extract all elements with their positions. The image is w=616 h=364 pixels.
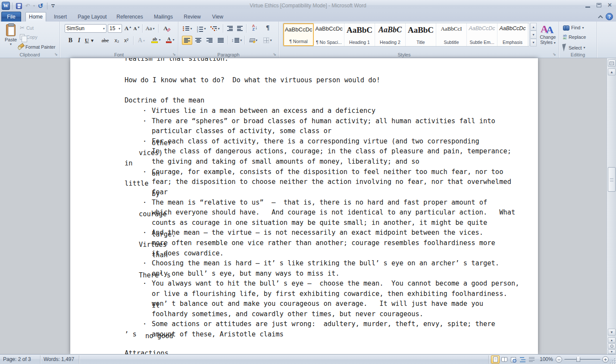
save-button[interactable] [15, 2, 23, 10]
subscript-button[interactable]: x₂ [113, 36, 121, 45]
shrink-font-button[interactable]: A▾ [132, 24, 141, 33]
numbering-button[interactable]: 1 2 3 ▾ [196, 24, 207, 33]
find-button[interactable]: Find▾ [563, 25, 584, 30]
tab-view[interactable]: View [207, 12, 228, 22]
vertical-scrollbar[interactable]: ▲ ▼ ▲ ▼ [607, 58, 616, 354]
underline-button[interactable]: U [84, 36, 90, 45]
font-dialog-launcher[interactable]: ⇘ [172, 52, 177, 57]
resize-grip[interactable] [609, 358, 615, 364]
style-item-subtle-emphasis[interactable]: AaBbCcDcSubtle Em... [467, 23, 497, 46]
sort-button[interactable]: AZ ↓ [249, 23, 261, 32]
multilevel-list-button[interactable]: ▾ [210, 24, 221, 33]
style-item-title[interactable]: AaBbCTitle [406, 23, 436, 46]
line-spacing-button[interactable]: ↕ ▾ [230, 36, 243, 44]
gallery-more-button[interactable]: ▼ [530, 39, 537, 47]
document-page[interactable]: realism in that situation.How do I know … [70, 58, 538, 354]
gallery-scroll-up-button[interactable]: ▲ [530, 23, 537, 31]
zoom-slider[interactable] [564, 359, 600, 360]
align-left-button[interactable] [182, 36, 192, 45]
paragraph-dialog-launcher[interactable]: ⇘ [272, 52, 277, 57]
style-item-no-spacing[interactable]: AaBbCcDc¶ No Spaci... [314, 23, 344, 46]
increase-indent-button[interactable] [235, 24, 244, 33]
underline-dropdown-arrow[interactable]: ▾ [90, 36, 94, 45]
tab-mailings[interactable]: Mailings [150, 12, 177, 22]
show-paragraph-marks-button[interactable]: ¶ [263, 23, 272, 32]
clipboard-dialog-launcher[interactable]: ⇘ [53, 52, 59, 57]
paragraph-group: ▾ 1 2 3 ▾ ▾ [178, 22, 279, 58]
style-item-heading-2[interactable]: AaBbCHeading 2 [375, 23, 406, 46]
style-item-emphasis[interactable]: AaBbCcDcEmphasis [497, 23, 528, 46]
change-styles-button[interactable]: AA Change Styles ▾ [538, 23, 558, 45]
browse-object-button[interactable] [608, 343, 616, 349]
superscript-button[interactable]: x² [122, 36, 131, 45]
view-draft-button[interactable] [527, 355, 536, 364]
select-button[interactable]: Select▾ [563, 44, 585, 51]
bullets-button[interactable]: ▾ [182, 24, 193, 33]
decrease-indent-button[interactable] [225, 24, 235, 33]
zoom-slider-thumb[interactable] [576, 356, 580, 362]
zoom-level[interactable]: 100% [540, 356, 553, 362]
tab-insert[interactable]: Insert [50, 12, 71, 22]
styles-dialog-launcher[interactable]: ⇘ [552, 52, 557, 57]
previous-page-button[interactable]: ▲ [608, 337, 616, 343]
borders-button[interactable]: ▾ [261, 36, 274, 44]
view-web-layout-button[interactable] [509, 355, 518, 364]
replace-button[interactable]: abac Replace [563, 34, 586, 40]
grow-font-button[interactable]: A▴ [124, 24, 132, 33]
view-outline-button[interactable] [518, 355, 527, 364]
line-spacing-icon: ↕ [231, 37, 234, 43]
strikethrough-button[interactable]: abe [100, 36, 111, 45]
multilevel-list-icon [210, 26, 217, 31]
close-button[interactable]: × [608, 2, 612, 8]
format-painter-button[interactable]: Format Painter [18, 44, 55, 50]
document-text-line: won’ t balance out and make you courageo… [152, 300, 483, 308]
scroll-up-button[interactable]: ▲ [608, 68, 616, 75]
align-center-button[interactable] [193, 36, 203, 45]
zoom-out-button[interactable]: − [556, 356, 562, 363]
italic-button[interactable]: I [76, 36, 82, 45]
undo-dropdown-arrow[interactable]: ▾ [32, 2, 36, 10]
ruler-toggle-button[interactable] [608, 59, 616, 67]
redo-button[interactable]: ↺ [36, 2, 45, 10]
style-item-heading-1[interactable]: AaBbCHeading 1 [344, 23, 375, 46]
font-size-combobox[interactable]: 15▾ [108, 24, 122, 33]
word-count[interactable]: Words: 1,497 [44, 356, 74, 362]
tab-file[interactable]: File [1, 12, 21, 22]
zoom-in-button[interactable]: + [602, 356, 609, 363]
next-page-button[interactable]: ▼ [608, 349, 616, 354]
dropdown-arrow-icon: ▾ [119, 27, 120, 31]
view-print-layout-button[interactable] [491, 355, 500, 364]
font-name-combobox[interactable]: SimSun▾ [65, 24, 106, 33]
copy-button[interactable]: Copy [20, 34, 38, 40]
collapse-ribbon-button[interactable] [599, 14, 602, 19]
paste-dropdown-arrow[interactable]: ▾ [3, 42, 19, 46]
word-logo-icon[interactable]: W [2, 2, 10, 10]
gallery-scroll-down-button[interactable]: ▼ [530, 31, 537, 38]
style-item-normal[interactable]: AaBbCcDc¶ Normal [283, 23, 314, 46]
style-item-subtitle[interactable]: AaBbCcISubtitle [436, 23, 467, 46]
minimize-button[interactable] [585, 6, 590, 8]
align-right-button[interactable] [204, 36, 215, 45]
tab-review[interactable]: Review [180, 12, 205, 22]
change-case-button[interactable]: Aa▾ [144, 24, 156, 33]
tab-home[interactable]: Home [25, 12, 46, 22]
font-color-button[interactable]: A ▾ [164, 35, 176, 44]
text-effects-button[interactable]: A▾ [136, 36, 147, 45]
paste-button[interactable]: Paste ▾ [3, 23, 19, 46]
cut-button[interactable]: ✂ Cut [20, 25, 34, 31]
justify-button[interactable] [216, 36, 226, 45]
tab-references[interactable]: References [113, 12, 147, 22]
shading-button[interactable]: ▾ [247, 36, 260, 44]
customize-qat-button[interactable]: ▾ [50, 2, 56, 10]
page-indicator[interactable]: Page: 2 of 3 [3, 356, 31, 362]
undo-button[interactable]: ↶ [23, 2, 32, 10]
scrollbar-thumb[interactable] [608, 167, 616, 192]
tab-page-layout[interactable]: Page Layout [74, 12, 110, 22]
clear-formatting-button[interactable]: A [162, 24, 172, 33]
view-full-screen-button[interactable] [500, 355, 509, 364]
restore-button[interactable] [597, 3, 601, 7]
bold-button[interactable]: B [67, 36, 74, 45]
highlight-color-button[interactable]: ab ▾ [150, 35, 163, 44]
scroll-down-button[interactable]: ▼ [608, 329, 616, 336]
help-button[interactable]: ? [606, 13, 613, 20]
